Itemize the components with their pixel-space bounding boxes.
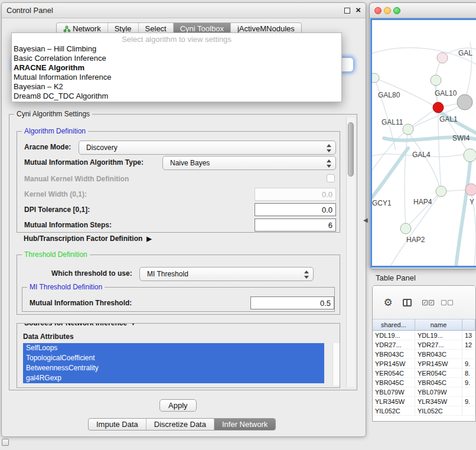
table-row[interactable]: YBR043C YBR043C	[373, 350, 475, 359]
table-row[interactable]: YBL079W YBL079W	[373, 387, 475, 397]
sources-section-toggle[interactable]: Sources for Network Inference ▼	[22, 323, 139, 327]
combo-arrows-icon	[304, 270, 309, 279]
network-node[interactable]	[431, 75, 441, 86]
dpi-tolerance-label: DPI Tolerance [0,1]:	[24, 206, 90, 214]
aracne-mode-label: Aracne Mode:	[24, 143, 71, 151]
column-header-shared-name[interactable]: shared...	[373, 319, 415, 331]
network-window-titlebar	[370, 3, 476, 18]
column-header-extra[interactable]	[462, 319, 475, 331]
mi-threshold-input[interactable]	[250, 296, 334, 309]
settings-scrollbar[interactable]	[346, 118, 355, 387]
kernel-width-label: Kernel Width (0,1):	[24, 190, 87, 198]
table-header: shared... name	[373, 319, 475, 331]
mi-threshold-definition-legend: MI Threshold Definition	[27, 283, 105, 291]
window-zoom-button[interactable]	[393, 7, 400, 14]
node-label: HAP2	[406, 236, 425, 244]
network-node[interactable]	[465, 184, 476, 195]
which-threshold-select[interactable]: MI Threshold	[139, 267, 314, 281]
threshold-definition-group: Threshold Definition Which threshold to …	[17, 255, 340, 315]
tab-discretize-data[interactable]: Discretize Data	[146, 419, 214, 430]
table-row[interactable]: YDL19... YDL19... 13	[373, 331, 475, 340]
window-close-button[interactable]	[374, 7, 382, 14]
table-row[interactable]: YER054C YER054C 8.	[373, 369, 475, 378]
scrollbar-thumb[interactable]	[348, 122, 354, 177]
table-panel-title: Table Panel	[376, 273, 416, 282]
data-attributes-label: Data Attributes	[23, 332, 74, 341]
float-panel-icon[interactable]	[344, 8, 350, 14]
close-panel-icon[interactable]: ×	[356, 5, 361, 15]
sources-group: Sources for Network Inference ▼ Data Att…	[17, 323, 340, 388]
algorithm-option-selected[interactable]: ARACNE Algorithm	[12, 63, 341, 73]
select-all-rows-button[interactable]: ✓ ✓	[421, 299, 435, 306]
kernel-width-input[interactable]	[255, 188, 336, 201]
network-node[interactable]	[400, 223, 411, 234]
node-label: GAL1	[439, 115, 458, 123]
network-node[interactable]	[437, 53, 448, 63]
mi-steps-label: Mutual Information Steps:	[24, 221, 112, 229]
hub-section-toggle[interactable]: Hub/Transcription Factor Definition ▶	[24, 234, 152, 243]
network-node-highlighted[interactable]	[433, 102, 444, 113]
node-label: Y	[470, 198, 474, 206]
bottom-tabbar: Impute Data Discretize Data Infer Networ…	[88, 418, 276, 431]
network-node[interactable]	[403, 124, 413, 135]
algorithm-definition-group: Algorithm Definition Aracne Mode: Discov…	[17, 131, 340, 233]
control-panel: Control Panel × Network Style Select	[1, 2, 366, 437]
network-node[interactable]	[372, 73, 379, 83]
splitter-collapse-arrow[interactable]: ◀	[363, 217, 368, 223]
list-item-selected[interactable]: BetweennessCentrality	[23, 363, 324, 373]
column-header-name[interactable]: name	[415, 319, 462, 331]
expand-arrow-icon: ▶	[146, 235, 151, 242]
algorithm-option[interactable]: Mutual Information Inference	[12, 73, 341, 82]
checked-boxes-icon: ✓ ✓	[422, 300, 434, 305]
node-label: GAL4	[412, 151, 431, 159]
sources-legend-label: Sources for Network Inference	[24, 323, 127, 327]
mi-type-label: Mutual Information Algorithm Type:	[24, 158, 144, 167]
dpi-tolerance-input[interactable]	[255, 203, 336, 216]
algorithm-option[interactable]: Dream8 DC_TDC Algorithm	[12, 92, 341, 101]
network-canvas[interactable]: GAL GAL80 GAL10 GAL11 GAL1 SWI4 GAL4 GCY…	[372, 20, 476, 266]
table-body: YDL19... YDL19... 13 YDR27... YDR27... 1…	[373, 331, 475, 421]
corner-grip-icon[interactable]	[2, 439, 9, 446]
settings-legend: Cyni Algorithm Settings	[14, 110, 92, 118]
table-row[interactable]: YLR345W YLR345W 9.	[373, 397, 475, 406]
network-node[interactable]	[436, 186, 446, 197]
aracne-mode-select[interactable]: Discovery	[79, 141, 336, 155]
network-window: GAL GAL80 GAL10 GAL11 GAL1 SWI4 GAL4 GCY…	[369, 2, 476, 269]
algorithm-dropdown-popup: Select algorithm to view settings Bayesi…	[11, 32, 342, 102]
node-label: GAL10	[435, 89, 457, 97]
table-settings-button[interactable]: ⚙	[381, 295, 395, 309]
table-row[interactable]: YBR045C YBR045C 9.	[373, 378, 475, 387]
tab-infer-network[interactable]: Infer Network	[214, 419, 275, 430]
tab-impute-data[interactable]: Impute Data	[89, 419, 146, 430]
node-label: GAL11	[382, 118, 403, 126]
table-row[interactable]: YIL052C YIL052C	[373, 406, 475, 416]
node-label: SWI4	[452, 134, 470, 142]
table-row[interactable]: YDR27... YDR27... 12	[373, 340, 475, 350]
data-attributes-list[interactable]: SelfLoopsTopologicalCoefficientBetweenne…	[23, 343, 332, 386]
algorithm-option[interactable]: Basic Correlation Inference	[12, 54, 341, 63]
column-chooser-button[interactable]	[401, 298, 413, 307]
table-panel: ⚙ ✓ ✓ shared... name	[372, 285, 476, 422]
table-row[interactable]: YPR145W YPR145W 9.	[373, 359, 475, 369]
manual-kernel-checkbox[interactable]	[327, 174, 335, 182]
window-minimize-button[interactable]	[384, 7, 391, 14]
aracne-mode-value: Discovery	[86, 144, 118, 152]
algorithm-option[interactable]: Bayesian – K2	[12, 82, 341, 92]
mi-type-select[interactable]: Naive Bayes	[162, 156, 336, 170]
hub-section-label: Hub/Transcription Factor Definition	[24, 234, 142, 243]
list-item-selected[interactable]: TopologicalCoefficient	[23, 353, 324, 363]
list-item-selected[interactable]: gal4RGexp	[23, 373, 324, 383]
mi-steps-input[interactable]	[255, 219, 336, 231]
deselect-all-rows-button[interactable]	[440, 299, 454, 306]
mi-type-value: Naive Bayes	[170, 159, 210, 167]
algorithm-option[interactable]: Bayesian – Hill Climbing	[12, 44, 341, 54]
list-item-selected[interactable]: SelfLoops	[23, 343, 324, 353]
combo-arrows-icon	[327, 159, 332, 168]
node-label: GAL80	[378, 91, 400, 99]
network-node[interactable]	[457, 94, 472, 110]
network-node[interactable]	[464, 149, 476, 162]
list-scrollbar[interactable]	[332, 343, 340, 386]
which-threshold-label: Which threshold to use:	[51, 269, 132, 278]
table-toolbar: ⚙ ✓ ✓	[373, 286, 475, 319]
apply-button[interactable]: Apply	[159, 399, 197, 412]
